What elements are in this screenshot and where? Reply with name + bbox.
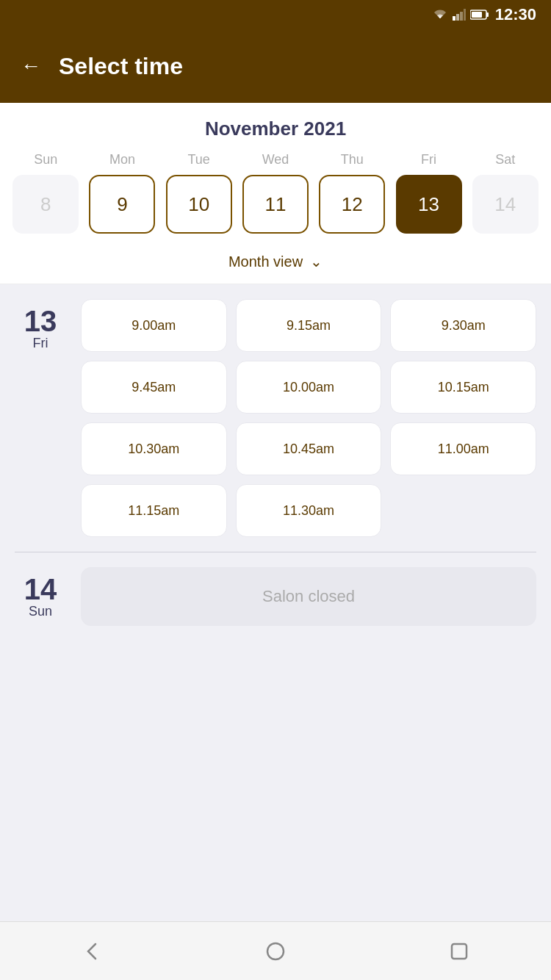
svg-rect-0 [453, 16, 455, 21]
day-label-13: 13 Fri [15, 299, 66, 537]
bottom-navigation [0, 921, 551, 980]
slot-1015am[interactable]: 10.15am [390, 361, 536, 414]
date-14[interactable]: 14 [472, 175, 539, 234]
chevron-down-icon: ⌄ [310, 253, 323, 270]
date-13[interactable]: 13 [396, 175, 462, 234]
salon-closed-banner: Salon closed [81, 567, 536, 626]
svg-rect-5 [486, 12, 489, 17]
slot-1130am[interactable]: 11.30am [236, 484, 382, 537]
day-number-13: 13 [24, 306, 57, 336]
slots-section: 13 Fri 9.00am 9.15am 9.30am 9.45am 10.00… [0, 284, 551, 655]
status-time: 12:30 [495, 5, 536, 24]
page-title: Select time [59, 53, 183, 80]
slot-945am[interactable]: 9.45am [81, 361, 227, 414]
salon-closed-text: Salon closed [262, 587, 355, 606]
weekday-mon: Mon [89, 152, 155, 167]
day-number-14: 14 [24, 574, 57, 604]
date-9[interactable]: 9 [89, 175, 155, 234]
weekday-sun: Sun [12, 152, 79, 167]
month-view-toggle[interactable]: Month view ⌄ [0, 245, 551, 284]
home-nav-icon [264, 940, 287, 962]
day-divider [15, 552, 536, 552]
svg-rect-8 [452, 944, 467, 959]
status-icons [432, 9, 489, 21]
back-nav-icon [81, 940, 103, 962]
date-12[interactable]: 12 [319, 175, 385, 234]
date-10[interactable]: 10 [166, 175, 232, 234]
back-nav-button[interactable] [73, 933, 110, 970]
day-entry-14: 14 Sun Salon closed [15, 567, 536, 626]
svg-rect-2 [460, 12, 463, 21]
app-header: ← Select time [0, 29, 551, 103]
recents-nav-icon [448, 940, 470, 962]
date-8[interactable]: 8 [12, 175, 79, 234]
weekday-fri: Fri [396, 152, 462, 167]
battery-icon [470, 10, 489, 20]
day-label-14: 14 Sun [15, 567, 66, 626]
weekday-header: Sun Mon Tue Wed Thu Fri Sat [0, 152, 551, 167]
svg-rect-6 [472, 12, 482, 18]
date-row: 8 9 10 11 12 13 14 [0, 175, 551, 245]
day-name-13: Fri [33, 336, 48, 351]
date-11[interactable]: 11 [242, 175, 309, 234]
weekday-sat: Sat [472, 152, 539, 167]
svg-rect-3 [464, 9, 466, 21]
slot-1030am[interactable]: 10.30am [81, 422, 227, 475]
slot-900am[interactable]: 9.00am [81, 299, 227, 352]
svg-rect-1 [456, 14, 459, 21]
recents-nav-button[interactable] [441, 933, 478, 970]
slot-930am[interactable]: 9.30am [390, 299, 536, 352]
home-nav-button[interactable] [257, 933, 294, 970]
signal-icon [453, 9, 466, 21]
wifi-icon [432, 9, 448, 21]
status-bar: 12:30 [0, 0, 551, 29]
month-year-title: November 2021 [0, 118, 551, 140]
slot-1045am[interactable]: 10.45am [236, 422, 382, 475]
calendar-section: November 2021 Sun Mon Tue Wed Thu Fri Sa… [0, 103, 551, 284]
slot-1000am[interactable]: 10.00am [236, 361, 382, 414]
slot-1115am[interactable]: 11.15am [81, 484, 227, 537]
day-name-14: Sun [29, 604, 52, 619]
month-view-label: Month view [228, 253, 303, 270]
slot-1100am[interactable]: 11.00am [390, 422, 536, 475]
back-button[interactable]: ← [21, 54, 41, 78]
slots-grid-13: 9.00am 9.15am 9.30am 9.45am 10.00am 10.1… [81, 299, 536, 537]
day-entry-13: 13 Fri 9.00am 9.15am 9.30am 9.45am 10.00… [15, 299, 536, 537]
slot-915am[interactable]: 9.15am [236, 299, 382, 352]
svg-point-7 [267, 943, 284, 959]
weekday-thu: Thu [319, 152, 385, 167]
weekday-wed: Wed [242, 152, 309, 167]
weekday-tue: Tue [166, 152, 232, 167]
